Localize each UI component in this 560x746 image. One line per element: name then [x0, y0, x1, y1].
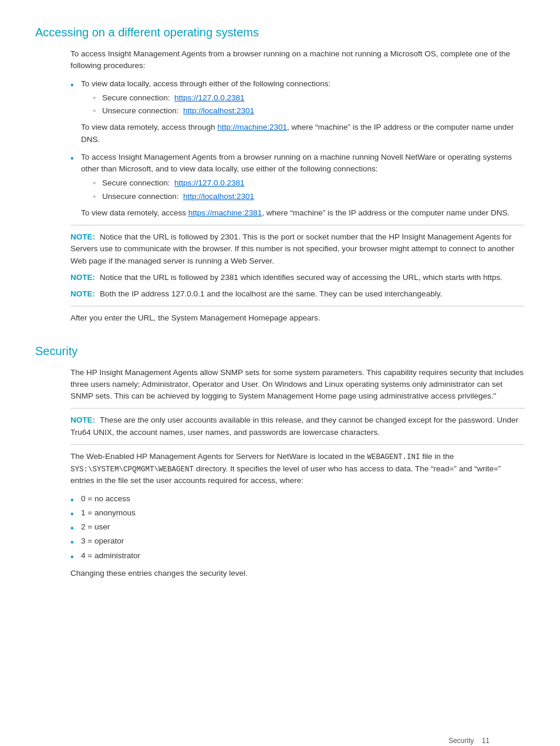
list-item-1: To view data locally, access through eit… [70, 78, 525, 146]
security-note-text: These are the only user accounts availab… [70, 416, 518, 436]
after-note: After you enter the URL, the System Mana… [70, 312, 525, 324]
security-note-line: NOTE:These are the only user accounts av… [70, 414, 525, 438]
bullet1-text: To view data locally, access through eit… [81, 79, 330, 88]
security-title: Security [35, 342, 525, 360]
sub2-label: Unsecure connection: [102, 106, 179, 115]
sub-list-2: Secure connection: https://127.0.0.2381 … [93, 177, 525, 202]
main-list: To view data locally, access through eit… [70, 78, 525, 220]
sub1-label: Secure connection: [102, 93, 170, 102]
unsecure-link-2[interactable]: http://localhost:2301 [183, 192, 254, 201]
webagent-text1: The Web-Enabled HP Management Agents for… [70, 452, 367, 461]
accessing-intro: To access Insight Management Agents from… [70, 48, 525, 72]
note3-label: NOTE: [70, 289, 95, 298]
access-list-item: 2 = user [70, 521, 525, 533]
sub2-label-2: Unsecure connection: [102, 192, 179, 201]
remote-note-2: To view data remotely, access https://ma… [81, 207, 525, 219]
sub-item-2-1: Secure connection: https://127.0.0.2381 [93, 177, 525, 189]
remote-link-1[interactable]: http://machine:2301 [217, 123, 287, 131]
remote-note-1: To view data remotely, access through ht… [81, 121, 525, 146]
page-wrapper: Accessing on a different operating syste… [35, 23, 525, 746]
sub-item-2-2: Unsecure connection: http://localhost:23… [93, 191, 525, 202]
webagent-file: WEBAGENT.INI [367, 453, 420, 461]
list-item-2: To access Insight Management Agents from… [70, 151, 525, 219]
accessing-title: Accessing on a different operating syste… [35, 23, 525, 41]
sub-list-1: Secure connection: https://127.0.0.2381 … [93, 92, 525, 117]
access-list-item: 3 = operator [70, 535, 525, 547]
webagent-path: SYS:\SYSTEM\CPQMGMT\WEBAGENT [70, 465, 194, 474]
security-body: The HP Insight Management Agents allow S… [70, 367, 525, 403]
note1-label: NOTE: [70, 232, 95, 241]
security-note-label: NOTE: [70, 416, 95, 424]
sub1-label-2: Secure connection: [102, 178, 170, 187]
note-line-2: NOTE:Notice that the URL is followed by … [70, 272, 525, 283]
secure-link-1[interactable]: https://127.0.0.2381 [174, 93, 244, 102]
note-box-security: NOTE:These are the only user accounts av… [70, 408, 525, 445]
footer-page: 11 [482, 737, 490, 745]
footer: Security 11 [448, 735, 490, 746]
note2-text: Notice that the URL is followed by 2381 … [100, 273, 502, 282]
sub-item-1-1: Secure connection: https://127.0.0.2381 [93, 92, 525, 104]
remote-link-2[interactable]: https://machine:2381 [188, 208, 262, 217]
note-line-1: NOTE:Notice that the URL is followed by … [70, 231, 525, 267]
access-list-item: 1 = anonymous [70, 507, 525, 519]
webagent-text2: file in the [420, 452, 454, 461]
note1-text: Notice that the URL is followed by 2301.… [70, 232, 514, 265]
note-line-3: NOTE:Both the IP address 127.0.0.1 and t… [70, 288, 525, 300]
note3-text: Both the IP address 127.0.0.1 and the lo… [100, 289, 442, 298]
bullet2-text: To access Insight Management Agents from… [81, 153, 512, 173]
secure-link-2[interactable]: https://127.0.0.2381 [174, 178, 244, 187]
access-list-item: 0 = no access [70, 493, 525, 505]
changing-text: Changing these entries changes the secur… [70, 568, 525, 579]
unsecure-link-1[interactable]: http://localhost:2301 [183, 106, 254, 115]
webagent-para: The Web-Enabled HP Management Agents for… [70, 451, 525, 487]
sub-item-1-2: Unsecure connection: http://localhost:23… [93, 105, 525, 117]
note-box-accessing: NOTE:Notice that the URL is followed by … [70, 225, 525, 306]
note2-label: NOTE: [70, 273, 95, 282]
footer-text: Security [448, 737, 474, 745]
access-list-item: 4 = administrator [70, 550, 525, 562]
access-list: 0 = no access1 = anonymous2 = user3 = op… [70, 493, 525, 562]
